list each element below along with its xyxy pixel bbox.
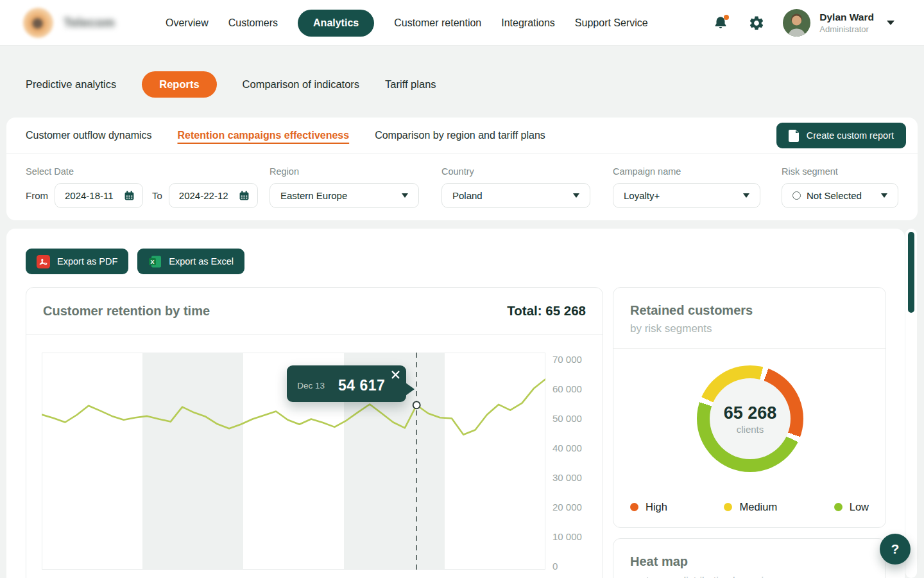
filter-date: Select Date From 2024-18-11 To 2024-22-1… <box>26 166 258 208</box>
nav-item-integrations[interactable]: Integrations <box>501 17 555 29</box>
heat-map-card: Heat map customers distribution by regio… <box>613 538 886 578</box>
date-to-input[interactable]: 2024-22-12 <box>169 183 258 208</box>
tab-comparison-of-indicators[interactable]: Comparison of indicators <box>243 78 360 91</box>
svg-text:X: X <box>151 258 155 265</box>
export-pdf-label: Export as PDF <box>57 256 117 267</box>
retention-total-label: Total: <box>507 303 542 318</box>
retention-chart: 70 00060 00050 00040 00030 00020 00010 0… <box>26 335 603 578</box>
donut-center-label: clients <box>737 424 764 435</box>
scrollbar-thumb[interactable] <box>908 232 914 313</box>
retained-customers-card: Retained customers by risk segments 65 2… <box>613 287 886 528</box>
legend-item-medium: Medium <box>724 501 777 513</box>
filter-risk: Risk segment Not Selected <box>782 166 898 208</box>
radio-circle-icon <box>792 191 801 200</box>
calendar-icon <box>124 190 135 201</box>
filter-region-label: Region <box>270 166 419 177</box>
create-custom-report-button[interactable]: Create custom report <box>776 123 906 148</box>
region-select[interactable]: Eastern Europe <box>270 183 419 208</box>
filter-date-label: Select Date <box>26 166 258 177</box>
top-header: Telecom Overview Customers Analytics Cus… <box>0 0 924 46</box>
nav-item-customers[interactable]: Customers <box>228 17 278 29</box>
subtab-customer-outflow-dynamics[interactable]: Customer outflow dynamics <box>26 130 152 141</box>
filter-risk-label: Risk segment <box>782 166 898 177</box>
country-select[interactable]: Poland <box>441 183 590 208</box>
retained-customers-header: Retained customers by risk segments <box>613 288 886 349</box>
retention-card-title: Customer retention by time <box>43 304 210 319</box>
tooltip-value: 54 617 <box>338 377 385 394</box>
user-menu-caret-icon[interactable] <box>887 21 894 25</box>
legend-item-high: High <box>630 501 667 513</box>
avatar[interactable] <box>783 9 810 37</box>
nav-item-overview[interactable]: Overview <box>166 17 209 29</box>
report-controls-card: Customer outflow dynamics Retention camp… <box>6 118 918 220</box>
tab-predictive-analytics[interactable]: Predictive analytics <box>26 78 116 91</box>
retention-by-time-card: Customer retention by time Total: 65 268… <box>26 287 603 578</box>
notification-badge <box>724 15 729 20</box>
legend-item-low: Low <box>834 501 869 513</box>
date-from-value: 2024-18-11 <box>65 190 114 201</box>
user-role: Administrator <box>819 24 874 34</box>
export-pdf-button[interactable]: Export as PDF <box>26 249 128 274</box>
heat-map-subtitle: customers distribution by region <box>630 575 869 578</box>
medium-dot-icon <box>724 503 732 511</box>
nav-item-support-service[interactable]: Support Service <box>575 17 648 29</box>
donut-center-value: 65 268 <box>724 403 777 423</box>
tab-tariff-plans[interactable]: Tariff plans <box>385 78 436 91</box>
brand-logo-icon <box>23 8 53 38</box>
user-name: Dylan Ward <box>819 12 874 23</box>
analytics-tabs: Predictive analytics Reports Comparison … <box>26 71 436 98</box>
to-label: To <box>152 190 162 201</box>
nav-item-analytics[interactable]: Analytics <box>298 10 374 37</box>
retention-card-header: Customer retention by time Total: 65 268 <box>26 288 603 335</box>
help-button[interactable]: ? <box>880 534 911 565</box>
legend-high-label: High <box>646 501 667 513</box>
data-point-marker[interactable] <box>413 401 420 408</box>
tooltip-date: Dec 13 <box>297 381 325 390</box>
main-nav: Overview Customers Analytics Customer re… <box>166 0 648 46</box>
from-label: From <box>26 190 48 201</box>
donut-center: 65 268 clients <box>710 378 791 459</box>
chevron-down-icon <box>743 193 749 198</box>
subtab-retention-campaigns-effectiveness[interactable]: Retention campaigns effectiveness <box>178 130 350 141</box>
scrollbar-track[interactable] <box>905 229 917 578</box>
risk-select[interactable]: Not Selected <box>782 183 898 208</box>
subtab-comparison-by-region[interactable]: Comparison by region and tariff plans <box>375 130 545 141</box>
filter-country-label: Country <box>441 166 590 177</box>
chevron-down-icon <box>881 193 887 198</box>
low-dot-icon <box>834 503 843 511</box>
export-excel-button[interactable]: X Export as Excel <box>137 249 244 274</box>
chevron-down-icon <box>573 193 579 198</box>
campaign-select[interactable]: Loyalty+ <box>613 183 760 208</box>
date-to-value: 2024-22-12 <box>179 190 228 201</box>
header-right: Dylan Ward Administrator <box>712 0 894 46</box>
report-subtabs: Customer outflow dynamics Retention camp… <box>6 118 918 154</box>
brand: Telecom <box>23 8 115 38</box>
filter-campaign: Campaign name Loyalty+ <box>613 166 760 208</box>
risk-legend: High Medium Low <box>630 501 869 513</box>
create-custom-report-label: Create custom report <box>807 130 894 141</box>
country-value: Poland <box>452 190 483 201</box>
filter-campaign-label: Campaign name <box>613 166 760 177</box>
excel-icon: X <box>148 255 162 268</box>
region-value: Eastern Europe <box>280 190 347 201</box>
risk-value: Not Selected <box>807 190 862 201</box>
bell-icon[interactable] <box>712 15 729 31</box>
retained-customers-subtitle: by risk segments <box>630 322 869 335</box>
tab-reports[interactable]: Reports <box>142 71 216 98</box>
gear-icon[interactable] <box>748 15 765 31</box>
heat-map-title: Heat map <box>630 554 869 569</box>
retention-total-value: 65 268 <box>545 303 586 318</box>
user-block[interactable]: Dylan Ward Administrator <box>819 12 874 34</box>
high-dot-icon <box>630 503 638 511</box>
retention-total: Total: 65 268 <box>507 303 586 319</box>
filter-country: Country Poland <box>441 166 590 208</box>
date-from-input[interactable]: 2024-18-11 <box>55 183 143 208</box>
close-icon[interactable] <box>391 371 400 379</box>
legend-low-label: Low <box>850 501 869 513</box>
calendar-icon <box>239 190 250 201</box>
donut-ring: 65 268 clients <box>697 365 803 472</box>
nav-item-customer-retention[interactable]: Customer retention <box>394 17 481 29</box>
donut-chart: 65 268 clients <box>613 349 886 487</box>
legend-medium-label: Medium <box>739 501 777 513</box>
export-excel-label: Export as Excel <box>169 256 234 267</box>
